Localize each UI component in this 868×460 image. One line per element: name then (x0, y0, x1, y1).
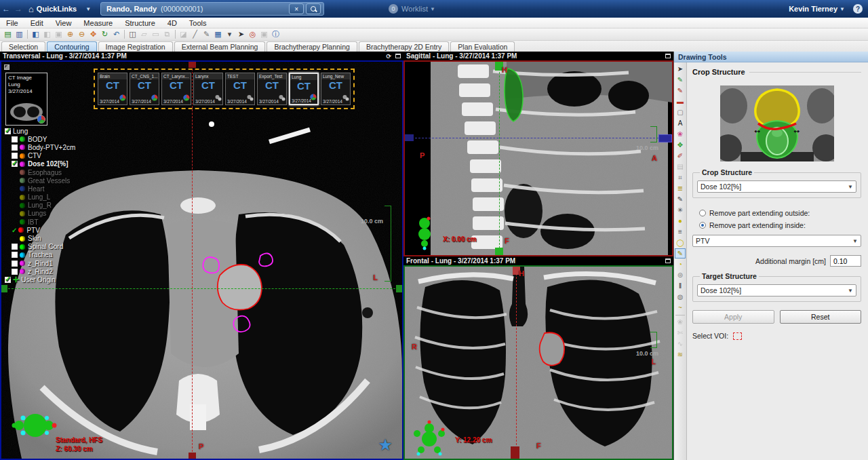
delete-brush-icon[interactable]: ✐ (675, 151, 686, 161)
crosshair-horizontal[interactable] (1, 288, 402, 289)
pointer-icon[interactable]: ➤ (235, 29, 247, 39)
back-icon[interactable]: ← (0, 4, 12, 14)
structure-item-z-rind1[interactable]: z_Rind1 (12, 259, 93, 267)
window-split-icon[interactable]: ◫ (127, 29, 138, 39)
checkbox-icon[interactable] (12, 244, 18, 250)
ring-tool-icon[interactable]: ◯ (675, 237, 686, 248)
sagittal-canvas[interactable]: 10.0 cm H P A F X: 0.00 cm (403, 60, 673, 256)
series-thumbnail-test[interactable]: TESTCT3/27/2014 (225, 73, 255, 105)
brush-green-icon[interactable]: ✎ (675, 75, 686, 85)
save-icon[interactable]: ▥ (14, 29, 25, 39)
series-thumbnail-lung[interactable]: LungCT3/27/2014 (289, 73, 319, 105)
bookmark-star-icon[interactable]: ★ (378, 437, 393, 453)
structure-root-lung[interactable]: Lung (5, 127, 93, 135)
reference-structure-select[interactable]: PTV ▼ (692, 235, 861, 247)
series-thumbnail-ct-larynx-[interactable]: CT_Larynx...CT3/27/2014 (161, 73, 191, 105)
layout-icon[interactable]: ◧ (30, 29, 41, 39)
crosshair-vertical[interactable] (499, 62, 500, 255)
ruler-tool-icon[interactable]: ⌗ (675, 172, 686, 183)
tab-image-registration[interactable]: Image Registration (98, 41, 173, 52)
structure-item-ctv[interactable]: CTV (12, 152, 93, 160)
crosshair-horizontal[interactable] (405, 138, 672, 138)
series-thumbnail-ct-cns-1-[interactable]: CT_CNS_1...CT3/27/2014 (130, 73, 159, 105)
menu-file[interactable]: File (0, 19, 24, 27)
maximize-icon[interactable] (665, 54, 671, 58)
search-patient-button[interactable] (306, 3, 321, 14)
checkbox-icon[interactable] (12, 153, 18, 159)
target-structure-select[interactable]: Dose 102[%] ▼ (697, 284, 856, 296)
pacman-tool-icon[interactable]: ◔ (675, 259, 686, 269)
apply-button[interactable]: Apply (692, 310, 774, 324)
open-patient-icon[interactable]: ▤ (2, 29, 14, 39)
margin-input[interactable] (830, 255, 861, 267)
series-thumbnail-brain[interactable]: BrainCT3/27/2014 (98, 73, 127, 105)
ct-image-card[interactable]: CT Image Lung 3/27/2014 (5, 73, 47, 126)
sphere-tool-icon[interactable]: ◍ (675, 292, 686, 302)
frontal-canvas[interactable]: 10.0 cm H R L F Y: 12.20 cm (403, 265, 673, 460)
grid-caret-icon[interactable]: ▾ (224, 29, 235, 39)
crosshair-handle-right[interactable] (658, 134, 672, 142)
crop-structure-select[interactable]: Dose 102[%] ▼ (697, 180, 856, 193)
refresh-icon[interactable]: ↻ (99, 29, 111, 39)
crosshair-handle-bottom[interactable] (495, 248, 503, 255)
checkbox-icon[interactable] (12, 252, 18, 258)
crosshair-handle-left[interactable] (1, 285, 7, 292)
model-library-icon[interactable]: ≣ (675, 183, 686, 193)
grid-icon[interactable]: ▦ (212, 29, 224, 39)
series-thumbnail-export-test[interactable]: Export_TestCT3/27/2014 (257, 73, 287, 105)
menu-measure[interactable]: Measure (77, 19, 119, 27)
transversal-canvas[interactable]: CT Image Lung 3/27/2014 LungBODYBody-PTV… (0, 60, 403, 460)
crop-tool-icon[interactable]: ✎ (675, 248, 686, 258)
undo-icon[interactable]: ↶ (111, 29, 122, 39)
maximize-icon[interactable] (665, 258, 671, 263)
crosshair-vertical[interactable] (192, 62, 193, 459)
structure-item-z-rind2[interactable]: z_Rind2 (12, 267, 93, 275)
tab-selection[interactable]: Selection (1, 41, 45, 52)
select-tool-icon[interactable]: ➤ (675, 64, 686, 74)
structure-item-ptv[interactable]: ✓PTV (12, 226, 93, 234)
measure-icon[interactable]: ✎ (201, 29, 212, 39)
line-icon[interactable]: ╱ (189, 29, 201, 39)
remove-inside-radio[interactable]: Remove part extending inside: (699, 221, 861, 229)
structure-item-lung-l[interactable]: Lung_L (12, 193, 93, 202)
structure-item-spinal-cord[interactable]: Spinal Cord (12, 243, 93, 251)
user-menu[interactable]: Kevin Tierney ▼ ? (789, 4, 868, 14)
crosshair-handle-bottom[interactable] (189, 453, 196, 459)
crosshair-vertical[interactable] (516, 267, 517, 459)
structure-item-dose-102-[interactable]: Dose 102[%] (12, 160, 93, 168)
wand-icon[interactable]: ✎ (675, 194, 686, 204)
tab-contouring[interactable]: Contouring (47, 41, 96, 52)
forward-icon[interactable]: → (12, 4, 24, 14)
tab-brachytherapy-planning[interactable]: Brachytherapy Planning (267, 41, 357, 52)
series-thumbnail-lung-new[interactable]: Lung_NewCT3/27/2014 (321, 73, 351, 105)
structure-item-ibt[interactable]: IBT (12, 218, 93, 226)
crosshair-handle-left[interactable] (405, 134, 414, 141)
structure-item-heart[interactable]: Heart (12, 185, 93, 193)
crosshair-handle-top[interactable] (189, 62, 196, 68)
structure-item-body[interactable]: BODY (12, 135, 93, 143)
pan-icon[interactable]: ✥ (87, 29, 99, 39)
zoom-in-icon[interactable]: ⊕ (64, 29, 76, 39)
checkbox-icon[interactable] (12, 136, 18, 142)
menu-tools[interactable]: Tools (183, 19, 213, 27)
text-tool-icon[interactable]: A (675, 118, 686, 128)
move-points-icon[interactable]: ✥ (675, 140, 686, 150)
spray-icon[interactable]: ✳ (675, 205, 686, 215)
checkbox-icon[interactable] (12, 145, 18, 151)
interpolate-icon[interactable]: ≡ (675, 227, 686, 237)
structure-item-body-ptv-2cm[interactable]: Body-PTV+2cm (12, 143, 93, 151)
margin-tool-icon[interactable]: ‖ (675, 281, 686, 291)
checkbox-icon[interactable] (12, 261, 18, 267)
quicklinks-menu[interactable]: QuickLinks (37, 5, 77, 13)
menu-4d[interactable]: 4D (161, 19, 183, 27)
tab-brachytherapy-2d-entry[interactable]: Brachytherapy 2D Entry (359, 41, 449, 52)
structure-item-user-origin[interactable]: ✛User Origin (5, 275, 93, 284)
squiggle-tool-icon[interactable]: ~ (675, 303, 686, 313)
shapes-icon[interactable]: ▢ (675, 107, 686, 117)
zoom-out-icon[interactable]: ⊖ (76, 29, 87, 39)
series-thumbnail-larynx[interactable]: LarynxCT3/27/2014 (193, 73, 223, 105)
structure-item-great-vessels[interactable]: Great Vessels (12, 176, 93, 185)
menu-structure[interactable]: Structure (119, 19, 161, 27)
maximize-icon[interactable] (395, 54, 401, 58)
checkbox-icon[interactable] (5, 277, 11, 283)
